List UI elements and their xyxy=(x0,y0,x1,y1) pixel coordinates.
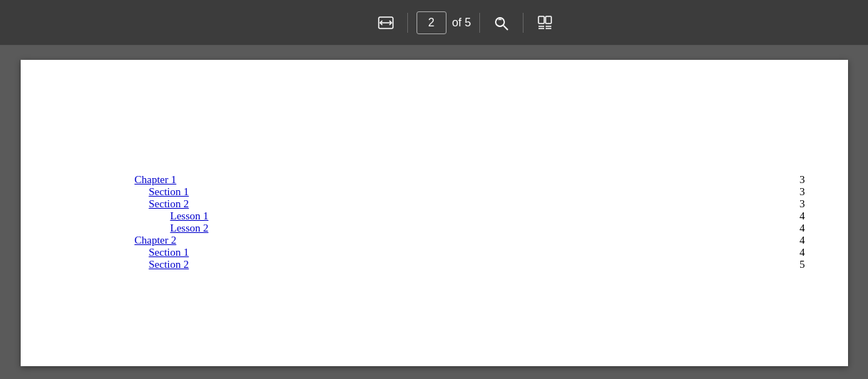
toc-link[interactable]: Lesson 2 xyxy=(170,222,209,234)
toc-page-number: 4 xyxy=(800,210,805,222)
toolbar: of 5 xyxy=(0,0,868,46)
toc-page-number: 4 xyxy=(800,246,805,259)
toc-row: Chapter 13 xyxy=(135,174,805,186)
toc-row: Section 23 xyxy=(135,198,805,210)
svg-rect-4 xyxy=(538,16,544,24)
toc-page-number: 4 xyxy=(800,222,805,234)
page-layout-button[interactable] xyxy=(532,10,558,36)
page-number-input[interactable] xyxy=(417,11,446,34)
toc-link[interactable]: Chapter 1 xyxy=(135,174,177,186)
toc-row: Section 25 xyxy=(135,259,805,271)
zoom-out-button[interactable] xyxy=(310,10,336,36)
separator-1 xyxy=(407,13,408,33)
toc-row: Lesson 14 xyxy=(135,210,805,222)
pdf-page: Chapter 13Section 13Section 23Lesson 14L… xyxy=(21,60,848,366)
toc-page-number: 5 xyxy=(800,259,805,271)
fit-page-icon xyxy=(378,16,394,29)
toc-link[interactable]: Section 2 xyxy=(149,198,189,210)
toc-link[interactable]: Section 2 xyxy=(149,259,189,271)
zoom-search-icon xyxy=(493,14,510,31)
toc-page-number: 3 xyxy=(800,198,805,210)
toc-row: Chapter 24 xyxy=(135,234,805,246)
toc-link[interactable]: Section 1 xyxy=(149,246,189,259)
toc-link[interactable]: Chapter 2 xyxy=(135,234,177,246)
svg-line-3 xyxy=(504,26,508,30)
page-of-label: of 5 xyxy=(452,16,471,29)
toc-row: Section 13 xyxy=(135,186,805,198)
fit-page-button[interactable] xyxy=(373,10,399,36)
document-area: Chapter 13Section 13Section 23Lesson 14L… xyxy=(0,46,868,379)
zoom-in-button[interactable] xyxy=(342,10,367,36)
svg-rect-5 xyxy=(546,16,551,24)
toc-link[interactable]: Section 1 xyxy=(149,186,189,198)
toc-link[interactable]: Lesson 1 xyxy=(170,210,209,222)
page-layout-icon xyxy=(537,15,553,31)
toc-page-number: 3 xyxy=(800,186,805,198)
separator-3 xyxy=(523,13,524,33)
toc-page-number: 4 xyxy=(800,234,805,246)
separator-2 xyxy=(479,13,480,33)
toc-row: Section 14 xyxy=(135,246,805,259)
toc-table: Chapter 13Section 13Section 23Lesson 14L… xyxy=(135,174,805,271)
toc-row: Lesson 24 xyxy=(135,222,805,234)
zoom-reset-button[interactable] xyxy=(489,10,514,36)
toc-page-number: 3 xyxy=(800,174,805,186)
